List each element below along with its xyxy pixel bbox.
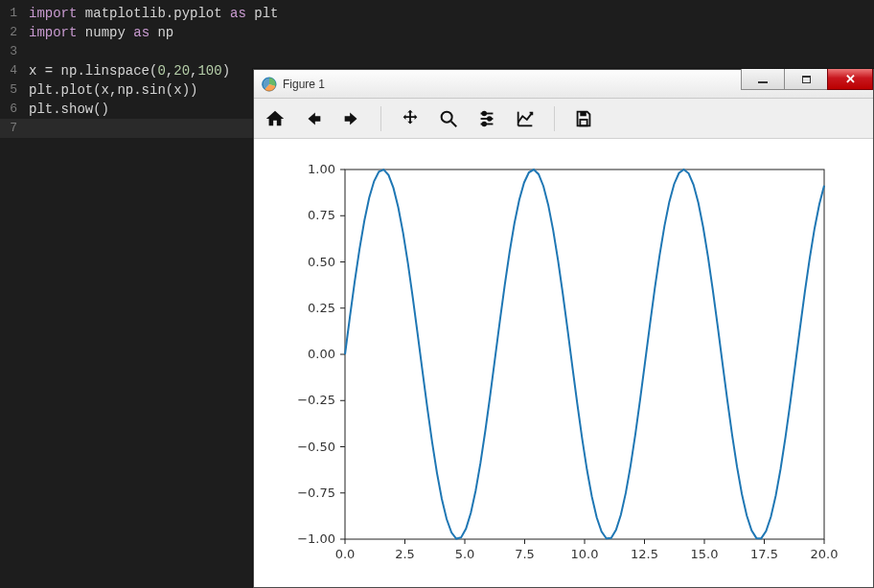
maximize-button[interactable]: [784, 69, 828, 90]
svg-point-7: [488, 117, 492, 121]
home-icon[interactable]: [262, 105, 288, 132]
svg-line-2: [451, 121, 457, 126]
line-number: 4: [0, 61, 29, 80]
svg-rect-11: [345, 170, 824, 539]
y-tick-label: 0.50: [308, 255, 335, 269]
svg-point-1: [442, 111, 452, 122]
x-tick-label: 10.0: [571, 547, 599, 561]
y-tick-label: 0.75: [308, 208, 335, 222]
figure-toolbar: [254, 99, 873, 139]
save-icon[interactable]: [570, 105, 597, 132]
y-tick-label: −1.00: [297, 531, 335, 546]
svg-point-6: [482, 111, 486, 115]
line-chart: −1.00−0.75−0.50−0.250.000.250.500.751.00…: [254, 139, 874, 588]
window-titlebar[interactable]: Figure 1 ✕: [254, 70, 873, 99]
x-tick-label: 2.5: [395, 547, 415, 561]
y-tick-label: 0.25: [308, 301, 335, 315]
matplotlib-app-icon: [262, 77, 277, 92]
x-tick-label: 20.0: [811, 547, 839, 561]
y-tick-label: 0.00: [308, 347, 335, 361]
back-icon[interactable]: [300, 105, 327, 132]
code-line[interactable]: 1import matplotlib.pyplot as plt: [0, 4, 874, 23]
window-controls: ✕: [742, 70, 873, 98]
line-number: 7: [0, 119, 29, 138]
code-content: import numpy as np: [29, 23, 874, 42]
plot-canvas[interactable]: −1.00−0.75−0.50−0.250.000.250.500.751.00…: [254, 139, 873, 587]
figure-window: Figure 1 ✕: [253, 69, 874, 588]
svg-rect-9: [580, 111, 586, 116]
line-number: 3: [0, 42, 29, 61]
y-tick-label: −0.25: [297, 393, 335, 407]
line-number: 1: [0, 4, 29, 23]
zoom-icon[interactable]: [435, 105, 462, 132]
series-line: [345, 170, 824, 539]
code-content: import matplotlib.pyplot as plt: [29, 4, 874, 23]
x-tick-label: 12.5: [631, 547, 658, 561]
toolbar-separator: [380, 106, 381, 131]
y-tick-label: −0.75: [297, 486, 335, 500]
code-line[interactable]: 2import numpy as np: [0, 23, 874, 42]
window-title: Figure 1: [283, 78, 742, 91]
x-tick-label: 15.0: [691, 547, 719, 561]
x-tick-label: 0.0: [335, 547, 356, 561]
toolbar-separator: [554, 106, 555, 131]
line-number: 6: [0, 100, 29, 119]
line-number: 5: [0, 80, 29, 100]
edit-axes-icon[interactable]: [512, 105, 539, 132]
code-line[interactable]: 3: [0, 42, 874, 61]
configure-subplots-icon[interactable]: [473, 105, 500, 132]
code-content: [29, 42, 874, 61]
x-tick-label: 5.0: [455, 547, 475, 561]
x-tick-label: 7.5: [515, 547, 535, 561]
minimize-button[interactable]: [741, 69, 785, 90]
line-number: 2: [0, 23, 29, 42]
y-tick-label: −0.50: [297, 440, 335, 454]
pan-icon[interactable]: [397, 105, 424, 132]
x-tick-label: 17.5: [750, 547, 778, 561]
y-tick-label: 1.00: [308, 162, 335, 176]
svg-rect-10: [580, 119, 586, 124]
forward-icon[interactable]: [338, 105, 365, 132]
svg-point-8: [482, 122, 486, 125]
close-button[interactable]: ✕: [827, 69, 873, 90]
